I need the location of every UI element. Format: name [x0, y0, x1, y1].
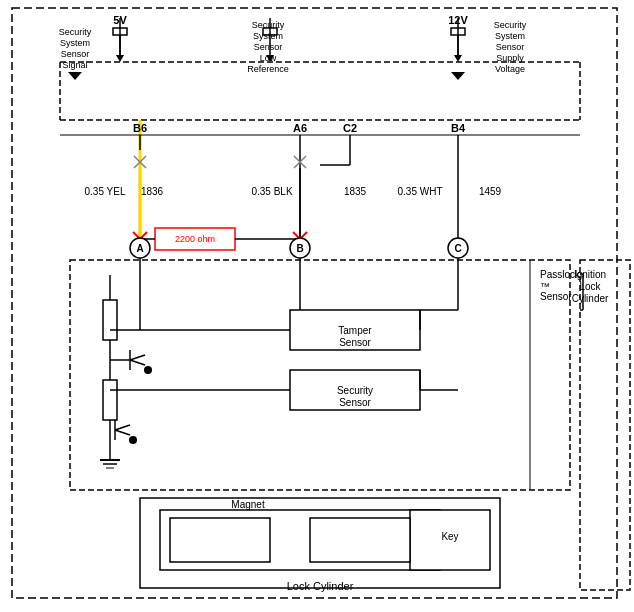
- supply-v-label2: System: [495, 31, 525, 41]
- wire-yel-label: 0.35 YEL: [85, 186, 126, 197]
- b4-label: B4: [451, 122, 466, 134]
- b6-label: B6: [133, 122, 147, 134]
- svg-marker-8: [454, 55, 462, 62]
- low-ref-label1: Security: [252, 20, 285, 30]
- svg-rect-47: [103, 300, 117, 340]
- c2-label: C2: [343, 122, 357, 134]
- svg-marker-4: [116, 55, 124, 62]
- svg-line-53: [130, 360, 145, 365]
- ignition-label1: Ignition: [574, 269, 606, 280]
- supply-v-label3: Sensor: [496, 42, 525, 52]
- ignition-label3: Cylinder: [572, 293, 609, 304]
- low-ref-label3: Sensor: [254, 42, 283, 52]
- passlock-sensor-label3: Sensor: [540, 291, 572, 302]
- sensor-signal-label3: Sensor: [61, 49, 90, 59]
- security-sensor-label2: Sensor: [339, 397, 371, 408]
- sensor-signal-label2: System: [60, 38, 90, 48]
- wire-1459-label: 1459: [479, 186, 502, 197]
- svg-rect-50: [103, 380, 117, 420]
- wire-1836-label: 1836: [141, 186, 164, 197]
- security-sensor-label1: Security: [337, 385, 373, 396]
- supply-v-label4: Supply: [496, 53, 524, 63]
- svg-line-57: [115, 425, 130, 430]
- wire-blk-label: 0.35 BLK: [251, 186, 292, 197]
- low-ref-label2: System: [253, 31, 283, 41]
- wiring-diagram: 5V 12V Security System Sensor Signal Sec…: [0, 0, 634, 612]
- wire-1835-label: 1835: [344, 186, 367, 197]
- svg-rect-77: [170, 518, 270, 562]
- connector-c-label: C: [454, 243, 461, 254]
- magnet-label: Magnet: [231, 499, 265, 510]
- a6-label: A6: [293, 122, 307, 134]
- voltage-12v-label: 12V: [448, 14, 468, 26]
- svg-point-56: [144, 366, 152, 374]
- tamper-sensor-label2: Sensor: [339, 337, 371, 348]
- voltage-5v-label: 5V: [113, 14, 127, 26]
- supply-v-label1: Security: [494, 20, 527, 30]
- sensor-signal-label4: Signal: [62, 60, 87, 70]
- lock-cylinder-label: Lock Cylinder: [287, 580, 354, 592]
- sensor-signal-label: Security: [59, 27, 92, 37]
- connector-a-label: A: [136, 243, 143, 254]
- tamper-sensor-label1: Tamper: [338, 325, 372, 336]
- wire-wht-label: 0.35 WHT: [397, 186, 442, 197]
- signal-arrow: [68, 72, 82, 80]
- low-ref-label5: Reference: [247, 64, 289, 74]
- connector-b-label: B: [296, 243, 303, 254]
- supply-v-label5: Voltage: [495, 64, 525, 74]
- svg-rect-80: [580, 260, 630, 590]
- supply-arrow: [451, 72, 465, 80]
- svg-line-52: [130, 355, 145, 360]
- svg-point-60: [129, 436, 137, 444]
- key-label: Key: [441, 531, 458, 542]
- svg-rect-78: [310, 518, 410, 562]
- resistor-label: 2200 ohm: [175, 234, 215, 244]
- svg-line-58: [115, 430, 130, 435]
- low-ref-label4: Low: [260, 53, 277, 63]
